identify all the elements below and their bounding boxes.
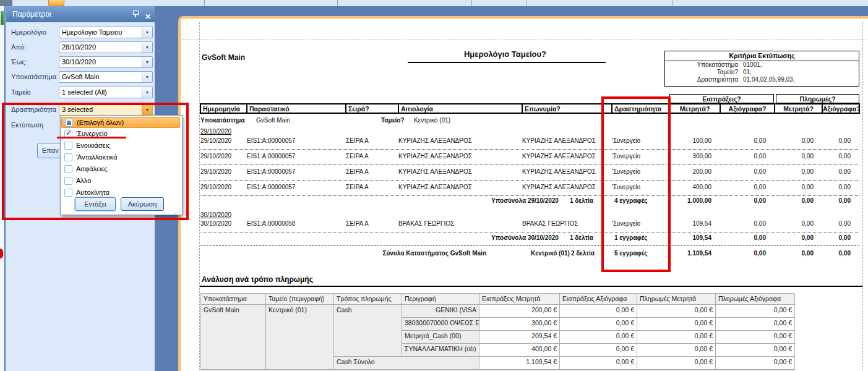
analysis-total-label: Cash Σύνολο [334,357,479,370]
analysis-value: 209,54 € [479,331,560,344]
cell-payments-cheques: 0,00 [822,153,859,164]
cell-date: 29/10/2020 [200,137,247,149]
close-icon[interactable]: ✕ [145,9,153,19]
cell-name: ΚΥΡΙΑΖΗΣ ΑΛΕΞΑΝΔΡΟΣ [522,184,612,195]
subtotal-row: Υποσύνολα 30/10/2020 1 δελτία 1 εγγραφές… [200,234,859,241]
analysis-method-cell: Cash [334,305,402,357]
analysis-header: Πληρωμές Μετρητά [637,294,716,305]
grand-receipts-cheques: 0,00 [720,250,775,257]
field-row-branch: Υποκατάστημα GvSoft Main ▼ [6,71,155,83]
cell-date: 29/10/2020 [200,153,247,164]
cell-receipts-cash: 200,00 [669,168,720,180]
subtotal-payments-cash: 0,00 [775,234,822,241]
analysis-total-value: 0,00 € [560,357,637,370]
margin-guide [199,22,200,371]
register-value: Κεντρικό (01) [414,117,450,124]
margin-guide [862,22,863,371]
icon-fragment [1,11,4,25]
panel-title-bar[interactable]: Παράμετροι ✕ [6,6,155,22]
chevron-down-icon[interactable]: ▼ [142,42,152,53]
from-date-combobox[interactable]: 28/10/2020 ▼ [59,41,153,53]
cell-date: 29/10/2020 [200,184,247,195]
analysis-title-underline [199,286,862,287]
branch-combobox[interactable]: GvSoft Main ▼ [59,71,153,83]
analysis-value: 0,00 € [716,344,795,357]
analysis-value: 300,00 € [479,318,560,331]
title-underline [408,62,606,63]
red-annotation-underline [57,137,126,139]
analysis-total-value: 0,00 € [637,357,716,370]
cell-receipts-cheques: 0,00 [720,137,775,149]
chevron-down-icon[interactable]: ▼ [142,87,152,98]
branch-value: GvSoft Main [62,73,100,80]
register-combobox[interactable]: 1 selected (All) ▼ [59,87,153,98]
subtotal-receipts-cash: 1.000,00 [669,197,720,204]
cell-receipts-cash: 300,00 [669,153,720,164]
cell-name: ΒΡΑΚΑΣ ΓΕΩΡΓΙΟΣ [522,220,612,232]
panel-title: Παράμετροι [12,10,51,19]
toolbar-strip [0,0,868,6]
subtotal-label: Υποσύνολα 29/10/2020 [491,197,559,204]
cell-reason: ΚΥΡΙΑΖΗΣ ΑΛΕΞΑΝΔΡΟΣ [398,184,522,195]
cell-reason: ΒΡΑΚΑΣ ΓΕΩΡΓΙΟΣ [398,220,522,232]
subtotal-row: Υποσύνολα 29/10/2020 1 δελτία 4 εγγραφές… [200,197,859,204]
subtotal-slips: 1 δελτία [570,197,593,204]
branch-value: GvSoft Main [256,117,290,124]
column-header-date: Ημερομηνία [200,104,247,113]
toolbar-separator [471,0,472,6]
column-header-series: Σειρά? [346,104,398,113]
analysis-total-value: 0,00 € [716,357,795,370]
column-header-name: Επωνυμία? [522,104,612,113]
journal-combobox[interactable]: Ημερολογιο Ταμειου ▼ [59,27,153,38]
analysis-register-cell: Κεντρικό (01) [266,305,334,370]
chevron-down-icon[interactable]: ▼ [142,57,152,67]
analysis-value: 0,00 € [637,318,716,331]
to-date-combobox[interactable]: 30/10/2020 ▼ [59,56,153,68]
from-date-value: 28/10/2020 [62,43,96,51]
grand-slips: 2 δελτία [571,250,595,257]
cell-receipts-cheques: 0,00 [720,168,775,180]
red-annotation-fragment [0,249,3,258]
column-header-receipts-cheques: Αξιόγραφα? [720,104,775,113]
toolbar-button-fragment[interactable] [48,0,64,6]
analysis-header: Περιγραφή [402,294,479,305]
criteria-value: 01,04,02,05,99,03, [743,76,794,83]
subtotal-receipts-cash: 109,54 [669,234,720,241]
analysis-header: Εισπράξεις Μετρητά [479,294,560,305]
cell-series: ΣΕΙΡΑ Α [346,137,398,149]
grand-payments-cheques: 0,00 [822,250,859,257]
column-header-payments-cheques: Αξιόγραφα? [822,104,859,113]
subtotal-receipts-cheques: 0,00 [720,197,775,204]
date-group-label: 29/10/2020 [200,128,231,135]
subtotal-label: Υποσύνολα 30/10/2020 [491,234,559,241]
date-group-header: 30/10/2020 [200,211,859,218]
analysis-value: 200,00 € [479,305,560,318]
journal-row: 30/10/2020 EIS1:A:00000058 ΣΕΙΡΑ Α ΒΡΑΚΑ… [200,220,859,232]
analysis-table: Υποκατάστημα Ταμείο (περιγραφή) Τρόπος π… [200,293,794,370]
grand-total-separator [200,245,859,246]
cell-reason: ΚΥΡΙΑΖΗΣ ΑΛΕΞΑΝΔΡΟΣ [398,137,522,149]
analysis-value: 0,00 € [560,318,637,331]
cell-date: 29/10/2020 [200,168,247,180]
chevron-down-icon[interactable]: ▼ [142,72,152,82]
analysis-value: 0,00 € [560,344,637,357]
cell-doc: EIS1:A:00000058 [247,220,346,232]
chevron-down-icon[interactable]: ▼ [142,27,152,38]
toolbar-separator [526,0,526,6]
cell-payments-cheques: 0,00 [822,137,859,149]
analysis-header: Ταμείο (περιγραφή) [266,294,334,305]
toolbar-separator [672,0,672,6]
cell-payments-cash: 0,00 [775,168,822,180]
pin-icon[interactable] [132,10,139,19]
grand-total-label: Σύνολα Καταστήματος GvSoft Main [200,250,522,257]
analysis-value: 0,00 € [716,305,795,318]
analysis-header: Τρόπος πληρωμής [334,294,402,305]
cell-doc: EIS1:A:00000057 [247,168,346,180]
column-header-receipts-cash: Μετρητά? [669,104,720,113]
margin-guide [182,40,868,40]
analysis-title: Ανάλυση ανά τρόπο πληρωμής [202,275,313,284]
cell-series: ΣΕΙΡΑ Α [346,153,398,164]
register-value: 1 selected (All) [62,88,107,96]
criteria-value: 01001, [743,61,762,69]
cell-name: ΚΥΡΙΑΖΗΣ ΑΛΕΞΑΝΔΡΟΣ [522,168,612,180]
